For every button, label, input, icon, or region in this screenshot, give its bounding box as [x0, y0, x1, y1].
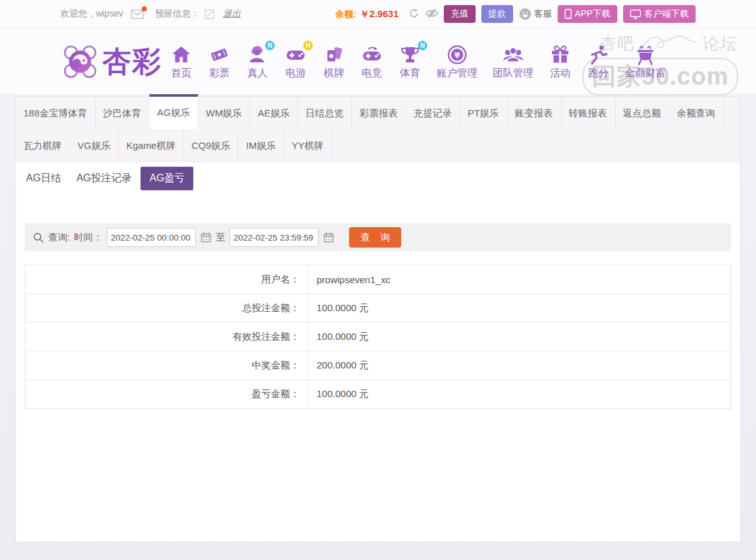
- tab-Kgame棋牌[interactable]: Kgame棋牌: [119, 129, 184, 162]
- report-row-value: 100.0000 元: [308, 323, 731, 351]
- nav-item-team[interactable]: 团队管理: [493, 43, 533, 80]
- mail-notification-dot: [142, 6, 147, 11]
- nav-item-account[interactable]: ¥账户管理: [437, 43, 478, 80]
- tab-转账报表[interactable]: 转账报表: [561, 97, 615, 129]
- subtab-AG投注记录[interactable]: AG投注记录: [76, 172, 132, 185]
- subtab-AG日结[interactable]: AG日结: [26, 172, 61, 185]
- nav-item-chess[interactable]: 棋牌: [322, 43, 345, 80]
- report-row: 总投注金额：100.0000 元: [25, 294, 731, 323]
- nav-label: 跑分: [588, 67, 608, 80]
- tab-VG娱乐[interactable]: VG娱乐: [70, 129, 119, 162]
- ticket-icon: [208, 43, 231, 66]
- site-header: 杏彩 首页彩票N真人H电游棋牌电竞N体育¥账户管理团队管理活动跑分金鼎财富 杏吧…: [0, 29, 756, 94]
- esports-gamepad-icon: [361, 43, 383, 66]
- tab-WM娱乐[interactable]: WM娱乐: [198, 97, 251, 129]
- nav-item-lottery[interactable]: 彩票: [208, 43, 231, 80]
- calendar-icon[interactable]: [201, 232, 211, 242]
- report-row: 中奖金额：200.0000 元: [25, 351, 731, 380]
- live-person-icon: N: [246, 43, 269, 66]
- gift-icon: [549, 43, 572, 66]
- report-row: 用户名：prowipseven1_xc: [25, 265, 731, 294]
- tab-IM娱乐[interactable]: IM娱乐: [238, 129, 284, 162]
- recharge-button[interactable]: 充值: [444, 5, 476, 23]
- badge-h-icon: H: [303, 41, 313, 50]
- tab-彩票报表[interactable]: 彩票报表: [352, 97, 406, 129]
- nav-label: 首页: [171, 67, 191, 80]
- nav-item-jinding[interactable]: 金鼎财富: [625, 43, 666, 80]
- edit-icon[interactable]: [205, 10, 214, 19]
- tabs-row-2: 瓦力棋牌VG娱乐Kgame棋牌CQ9娱乐IM娱乐YY棋牌: [16, 129, 740, 162]
- tab-PT娱乐[interactable]: PT娱乐: [460, 97, 507, 129]
- brand-logo[interactable]: 杏彩: [60, 42, 162, 81]
- nav-label: 体育: [400, 67, 420, 80]
- tab-余额查询[interactable]: 余额查询: [670, 97, 724, 129]
- tabs-row-1: 188金宝博体育沙巴体育AG娱乐WM娱乐AE娱乐日结总览彩票报表充提记录PT娱乐…: [16, 97, 740, 129]
- monitor-icon: [630, 10, 641, 19]
- calendar-icon-2[interactable]: [324, 232, 334, 242]
- report-row-label: 盈亏金额：: [25, 380, 308, 409]
- nav-item-home[interactable]: 首页: [170, 43, 193, 80]
- tab-CQ9娱乐[interactable]: CQ9娱乐: [184, 129, 238, 162]
- nav-label: 团队管理: [493, 67, 533, 80]
- report-row: 有效投注金额：100.0000 元: [25, 323, 731, 351]
- mail-icon[interactable]: [131, 10, 144, 19]
- logout-link[interactable]: 退出: [223, 8, 241, 20]
- customer-service[interactable]: 客服: [519, 8, 552, 20]
- watermark-right-text: 论坛: [703, 32, 738, 55]
- eye-hidden-icon[interactable]: [425, 8, 438, 20]
- client-download-button[interactable]: 客户端下载: [623, 5, 696, 23]
- tab-AE娱乐[interactable]: AE娱乐: [250, 97, 298, 129]
- client-download-label: 客户端下载: [644, 8, 689, 20]
- report-row-value: 100.0000 元: [308, 294, 731, 322]
- brand-name: 杏彩: [102, 43, 162, 81]
- time-label: 时间：: [74, 232, 102, 244]
- nav-item-sports[interactable]: N体育: [399, 43, 422, 80]
- tab-YY棋牌[interactable]: YY棋牌: [284, 129, 332, 162]
- nav-item-paofen[interactable]: 跑分: [587, 43, 610, 80]
- tab-日结总览[interactable]: 日结总览: [298, 97, 352, 129]
- main-nav: 首页彩票N真人H电游棋牌电竞N体育¥账户管理团队管理活动跑分金鼎财富: [162, 43, 673, 80]
- report-row-value: prowipseven1_xc: [308, 265, 731, 293]
- topbar: 欢迎您，wipsev 预留信息： 退出 余额: ￥2.9631 充值 提款 客服: [0, 0, 756, 29]
- tab-AG娱乐[interactable]: AG娱乐: [149, 94, 198, 129]
- tab-账变报表[interactable]: 账变报表: [507, 97, 561, 129]
- cards-icon: [322, 43, 345, 66]
- nav-label: 电竞: [362, 67, 382, 80]
- gamepad-icon: H: [284, 43, 307, 66]
- subtab-AG盈亏[interactable]: AG盈亏: [141, 167, 193, 190]
- refresh-icon[interactable]: [408, 8, 420, 21]
- report-row-label: 总投注金额：: [25, 294, 308, 322]
- time-to-input[interactable]: [230, 228, 319, 247]
- nav-item-esports[interactable]: 电竞: [361, 43, 383, 80]
- balance-value: ￥2.9631: [360, 8, 399, 19]
- report-row-label: 有效投注金额：: [25, 323, 308, 351]
- app-download-button[interactable]: APP下载: [558, 5, 617, 23]
- nav-label: 棋牌: [324, 67, 344, 80]
- treasure-icon: [634, 43, 657, 66]
- withdraw-button[interactable]: 提款: [481, 5, 513, 23]
- nav-item-live[interactable]: N真人: [246, 43, 269, 80]
- time-from-input[interactable]: [107, 228, 196, 247]
- tab-沙巴体育[interactable]: 沙巴体育: [95, 97, 149, 129]
- report-row-value: 100.0000 元: [308, 380, 731, 409]
- nav-label: 电游: [285, 67, 306, 80]
- nav-item-egame[interactable]: H电游: [284, 43, 307, 80]
- welcome-text: 欢迎您，wipsev: [60, 8, 123, 20]
- tab-188金宝博体育[interactable]: 188金宝博体育: [16, 97, 95, 129]
- search-icon: [33, 232, 44, 243]
- tab-瓦力棋牌[interactable]: 瓦力棋牌: [16, 129, 70, 162]
- nav-label: 彩票: [209, 67, 230, 80]
- report-row-label: 中奖金额：: [25, 351, 308, 379]
- main-panel: 188金宝博体育沙巴体育AG娱乐WM娱乐AE娱乐日结总览彩票报表充提记录PT娱乐…: [15, 96, 741, 542]
- nav-item-activity[interactable]: 活动: [549, 43, 572, 80]
- query-submit-button[interactable]: 查 询: [349, 227, 401, 248]
- badge-n-icon: N: [418, 41, 427, 50]
- coin-icon: ¥: [446, 43, 469, 66]
- reserved-info-label: 预留信息：: [155, 8, 200, 20]
- phone-icon: [565, 9, 572, 19]
- home-icon: [170, 43, 193, 66]
- tab-返点总额[interactable]: 返点总额: [615, 97, 670, 129]
- tab-充提记录[interactable]: 充提记录: [406, 97, 460, 129]
- tab-bar: 188金宝博体育沙巴体育AG娱乐WM娱乐AE娱乐日结总览彩票报表充提记录PT娱乐…: [16, 97, 740, 162]
- report-row-value: 200.0000 元: [308, 351, 731, 379]
